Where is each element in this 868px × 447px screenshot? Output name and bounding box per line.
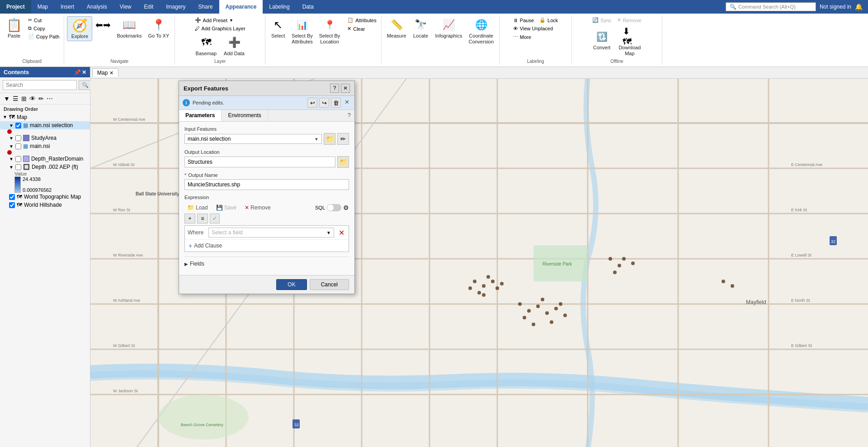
locate-button[interactable]: 🔭 Locate: [410, 16, 432, 40]
view-unplaced-button[interactable]: 👁 View Unplaced: [511, 25, 555, 32]
undo-icon[interactable]: ↩: [307, 98, 317, 108]
layer-item-world-topo[interactable]: 🗺 World Topographic Map: [0, 193, 90, 201]
settings-icon[interactable]: ⚙: [343, 204, 349, 211]
layer-checkbox-depth-raster[interactable]: [15, 156, 21, 162]
svg-point-55: [554, 307, 558, 310]
layer-checkbox-main-nsi-sel[interactable]: [15, 123, 21, 128]
remove-button[interactable]: ✕ Remove: [615, 16, 643, 24]
add-clause-row[interactable]: + Add Clause: [185, 239, 349, 252]
tab-analysis[interactable]: Analysis: [80, 0, 113, 14]
command-search[interactable]: 🔍 Command Search (Alt+Q): [726, 2, 816, 11]
clause-close-btn[interactable]: ✕: [337, 228, 346, 237]
lock-button[interactable]: 🔒 Lock: [538, 16, 560, 24]
dialog-help-icon[interactable]: ?: [344, 110, 354, 121]
copy-path-button[interactable]: 📄 Copy Path: [26, 33, 61, 40]
navigate-arrows-button[interactable]: ⬅➡: [93, 16, 113, 33]
convert-button[interactable]: 🔃 Convert: [590, 28, 613, 58]
tab-environments[interactable]: Environments: [222, 110, 268, 121]
tab-project[interactable]: Project: [0, 0, 31, 14]
list-icon[interactable]: ☰: [13, 95, 19, 102]
sql-view-btn[interactable]: ≡: [197, 214, 208, 224]
tab-insert[interactable]: Insert: [54, 0, 80, 14]
add-field-btn[interactable]: +: [184, 214, 195, 224]
dialog-close-btn[interactable]: ✕: [341, 84, 350, 93]
layer-item-main-nsi-sel[interactable]: ▼ ▩ main.nsi selection: [0, 121, 90, 129]
remove-expr-btn[interactable]: ✕ Remove: [242, 204, 274, 212]
select-by-attributes-button[interactable]: 📊 Select ByAttributes: [289, 16, 315, 46]
infographics-button[interactable]: 📈 Infographics: [433, 16, 465, 40]
visibility-icon[interactable]: 👁: [29, 95, 36, 102]
clear-button[interactable]: ✕ Clear: [345, 25, 378, 33]
svg-point-36: [491, 280, 495, 283]
field-select[interactable]: Select a field ▼: [208, 228, 334, 238]
layer-item-map[interactable]: ▼ 🗺 Map: [0, 113, 90, 121]
select-button[interactable]: ↖ Select: [268, 16, 288, 40]
search-button[interactable]: 🔍: [79, 80, 92, 90]
layer-item-main-nsi[interactable]: ▼ ▩ main.nsi: [0, 142, 90, 150]
layer-checkbox-study-area[interactable]: [15, 135, 21, 141]
explore-button[interactable]: 🧭 Explore: [67, 16, 92, 41]
cancel-button[interactable]: Cancel: [310, 279, 349, 290]
output-name-input[interactable]: [184, 179, 349, 190]
add-preset-button[interactable]: ➕ Add Preset ▼: [193, 16, 235, 24]
map-tab[interactable]: Map ✕: [92, 68, 118, 77]
filter-icon[interactable]: ▼: [4, 95, 10, 102]
more-options-icon[interactable]: ⋯: [47, 95, 53, 102]
pin-icon[interactable]: 📌: [74, 69, 81, 76]
pause-button[interactable]: ⏸ Pause: [511, 16, 536, 24]
discard-icon[interactable]: 🗑: [331, 98, 341, 108]
copy-button[interactable]: ⧉ Copy: [26, 24, 61, 32]
bookmarks-button[interactable]: 📖 Bookmarks: [114, 16, 144, 40]
measure-button[interactable]: 📏 Measure: [384, 16, 409, 40]
download-map-button[interactable]: ⬇🗺 DownloadMap: [616, 28, 643, 58]
input-features-edit-btn[interactable]: ✏: [337, 133, 349, 145]
add-data-button[interactable]: ➕ Add Data: [221, 34, 247, 58]
redo-icon[interactable]: ↪: [319, 98, 329, 108]
input-features-folder-btn[interactable]: 📁: [324, 133, 335, 145]
tab-parameters[interactable]: Parameters: [179, 110, 222, 121]
tab-map[interactable]: Map: [31, 0, 54, 14]
map-tab-close[interactable]: ✕: [109, 70, 113, 76]
dialog-help-btn[interactable]: ?: [330, 84, 339, 93]
pending-close[interactable]: ✕: [343, 98, 351, 106]
layer-item-depth-raster[interactable]: ▼ Depth_RasterDomain: [0, 155, 90, 163]
search-input[interactable]: [3, 80, 77, 90]
sql-switch[interactable]: [327, 204, 341, 211]
load-btn[interactable]: 📁 Load: [184, 203, 211, 212]
more-button[interactable]: ⋯ More: [511, 33, 533, 41]
sidebar-close-icon[interactable]: ✕: [82, 69, 86, 76]
tab-labeling[interactable]: Labeling: [263, 0, 296, 14]
layer-checkbox-world-hillshade[interactable]: [9, 202, 15, 208]
edit-icon[interactable]: ✏: [38, 95, 44, 102]
layer-checkbox-main-nsi[interactable]: [15, 143, 21, 149]
layer-checkbox-world-topo[interactable]: [9, 194, 15, 200]
table-icon[interactable]: ⊞: [21, 95, 27, 102]
paste-button[interactable]: 📋 Paste: [3, 16, 25, 40]
tab-view[interactable]: View: [113, 0, 138, 14]
attributes-button[interactable]: 📋 Attributes: [345, 16, 378, 24]
validate-btn[interactable]: ✓: [210, 214, 220, 224]
fields-toggle[interactable]: ▶ Fields: [184, 260, 349, 268]
coordinate-conversion-button[interactable]: 🌐 CoordinateConversion: [466, 16, 496, 46]
layer-item-study-area[interactable]: ▼ StudyArea: [0, 134, 90, 142]
tab-imagery[interactable]: Imagery: [160, 0, 192, 14]
select-by-location-button[interactable]: 📍 Select ByLocation: [316, 16, 343, 46]
input-features-select[interactable]: main.nsi selection ▼: [184, 134, 322, 144]
tab-share[interactable]: Share: [192, 0, 219, 14]
tab-appearance[interactable]: Appearance: [219, 0, 263, 14]
output-location-folder-btn[interactable]: 📁: [337, 156, 349, 168]
sync-button[interactable]: 🔄 Sync: [590, 16, 613, 24]
output-location-input[interactable]: [184, 157, 335, 167]
tab-data[interactable]: Data: [296, 0, 320, 14]
sql-toggle[interactable]: SQL ⚙: [315, 204, 349, 211]
ok-button[interactable]: OK: [276, 279, 307, 290]
tab-edit[interactable]: Edit: [138, 0, 160, 14]
add-graphics-button[interactable]: 🖊 Add Graphics Layer: [193, 25, 247, 32]
go-to-xy-button[interactable]: 📍 Go To XY: [145, 16, 172, 40]
layer-item-world-hillshade[interactable]: 🗺 World Hillshade: [0, 201, 90, 209]
layer-item-depth-aep[interactable]: ▼ 🔲 Depth .002 AEP (ft): [0, 163, 90, 171]
layer-checkbox-depth-aep[interactable]: [15, 164, 21, 170]
basemap-button[interactable]: 🗺 Basemap: [193, 34, 219, 58]
notification-icon[interactable]: 🔔: [855, 3, 863, 10]
cut-button[interactable]: ✂ Cut: [26, 16, 61, 24]
